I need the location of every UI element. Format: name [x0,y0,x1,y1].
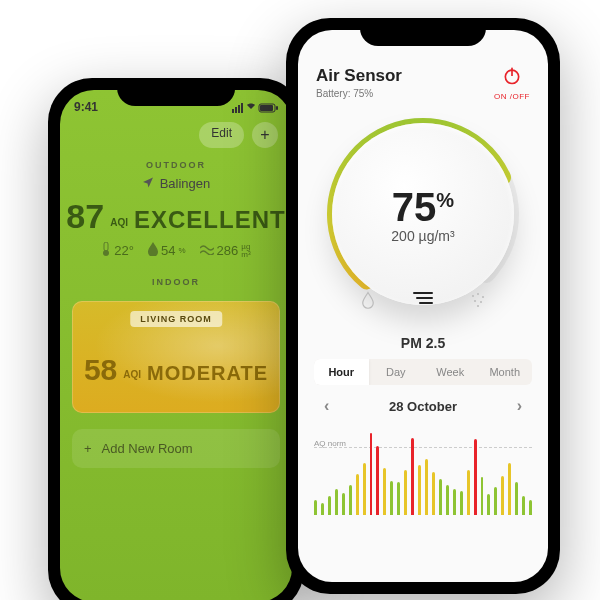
bar [446,485,449,515]
bar [363,463,366,515]
tab-day[interactable]: Day [369,359,424,385]
bar [494,487,497,515]
tab-hour[interactable]: Hour [314,359,369,385]
next-date-button[interactable]: › [517,397,522,415]
gauge-concentration: 200 µg/m³ [391,228,454,244]
humidity-value: 54 [161,243,175,258]
svg-point-8 [103,250,109,256]
room-card[interactable]: LIVING ROOM 58 AQI MODERATE [72,301,280,413]
tab-month[interactable]: Month [478,359,533,385]
bar [453,489,456,515]
room-aqi-value: 58 [84,353,117,387]
svg-point-16 [472,295,474,297]
pm-unit: µg m³ [241,243,250,259]
metric-humidity: 54% [148,242,186,259]
svg-rect-1 [235,107,237,113]
particles-mode-icon[interactable] [469,291,487,313]
room-aqi-word: MODERATE [147,362,268,385]
wave-icon [200,243,214,258]
svg-point-19 [474,300,476,302]
bar [418,465,421,515]
outdoor-aqi-word: EXCELLENT [134,206,286,234]
bar [314,500,317,515]
location-row[interactable]: Balingen [60,176,292,191]
bar [432,472,435,515]
bar [376,446,379,515]
outdoor-metrics: 22° 54% 286µg m³ [60,242,292,259]
aqi-unit: AQI [110,217,128,228]
bar [321,503,324,515]
plus-icon: + [260,126,269,144]
outdoor-aqi: 87 AQI EXCELLENT [60,197,292,236]
gauge-percent: 75% [392,185,454,230]
page-title: Air Sensor [316,66,402,86]
svg-point-21 [477,305,479,307]
bar [404,470,407,515]
bar [383,468,386,515]
metric-temp: 22° [101,242,134,259]
date-label: 28 October [389,399,457,414]
bar [487,494,490,515]
add-room-button[interactable]: + Add New Room [72,429,280,468]
notch [360,18,486,46]
bar [474,439,477,515]
notch [117,78,235,106]
room-name: LIVING ROOM [130,311,222,327]
battery-label: Battery: 75% [316,88,402,99]
hourly-chart: AQ norm [314,425,532,515]
svg-rect-5 [260,105,273,111]
prev-date-button[interactable]: ‹ [324,397,329,415]
bar [397,482,400,515]
add-room-label: Add New Room [102,441,193,456]
humidity-mode-icon[interactable] [359,291,377,313]
phone-right: Air Sensor Battery: 75% ON /OFF [286,18,560,594]
svg-rect-2 [238,105,240,113]
status-time: 9:41 [74,100,98,114]
plus-icon: + [84,441,92,456]
thermometer-icon [101,242,111,259]
drop-icon [148,242,158,259]
pm-value: 286 [217,243,239,258]
bar [411,438,414,515]
bar [522,496,525,515]
svg-rect-6 [276,106,278,110]
location-name: Balingen [160,176,211,191]
bar [335,489,338,515]
metric-title: PM 2.5 [314,335,532,351]
bar [481,477,484,515]
room-aqi-unit: AQI [123,369,141,380]
svg-point-17 [477,293,479,295]
edit-button[interactable]: Edit [199,122,244,148]
power-button[interactable]: ON /OFF [494,66,530,101]
svg-rect-7 [104,242,108,251]
gauge[interactable]: 75% 200 µg/m³ [318,109,528,319]
temp-value: 22° [114,243,134,258]
power-label: ON /OFF [494,92,530,101]
bar [328,496,331,515]
humidity-unit: % [178,247,185,255]
tab-week[interactable]: Week [423,359,478,385]
bar [342,493,345,515]
add-button[interactable]: + [252,122,278,148]
svg-point-18 [482,296,484,298]
status-icons [232,100,278,114]
airflow-mode-icon[interactable] [412,291,434,313]
bar [508,463,511,515]
bar [529,500,532,515]
bar [501,476,504,515]
bar [356,474,359,515]
svg-rect-3 [241,103,243,113]
indoor-heading: INDOOR [60,277,292,287]
bar [425,459,428,515]
header-left: Air Sensor Battery: 75% [316,66,402,101]
svg-rect-10 [511,68,513,76]
outdoor-aqi-value: 87 [66,197,104,236]
svg-rect-0 [232,109,234,113]
bar [460,491,463,515]
power-icon [502,66,522,86]
bar [467,470,470,515]
bar [515,482,518,515]
range-tabs: Hour Day Week Month [314,359,532,385]
outdoor-heading: OUTDOOR [60,160,292,170]
bar [439,479,442,515]
